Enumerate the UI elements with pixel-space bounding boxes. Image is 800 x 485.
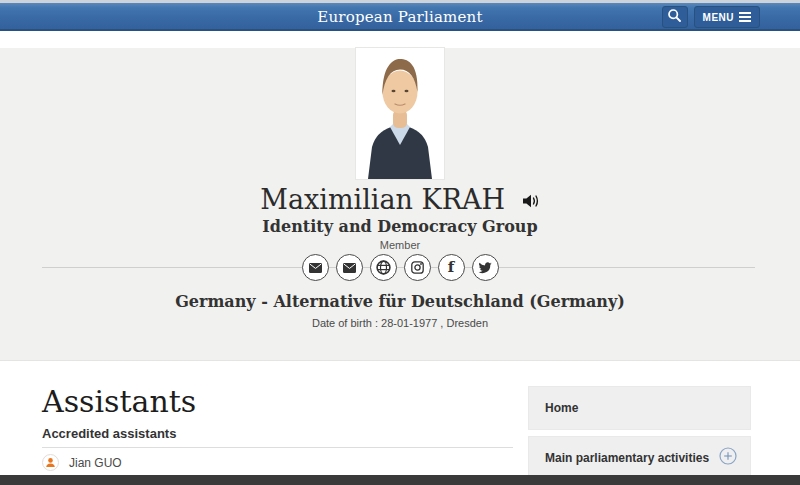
profile-hero: Maximilian KRAH Identity and Democracy G… xyxy=(0,48,800,361)
assistant-item: Jian GUO xyxy=(42,454,513,471)
content-area: Assistants Accredited assistants Jian GU… xyxy=(0,361,800,485)
website-globe-icon[interactable] xyxy=(370,254,397,281)
social-icons: f xyxy=(0,254,800,281)
topbar-buttons: MENU xyxy=(662,6,760,28)
facebook-glyph: f xyxy=(448,258,454,276)
top-navigation-bar: European Parliament MENU xyxy=(0,3,800,31)
social-links-row: f xyxy=(0,254,800,281)
menu-button-label: MENU xyxy=(703,12,734,23)
menu-button[interactable]: MENU xyxy=(694,6,760,28)
date-of-birth: Date of birth : 28-01-1977 , Dresden xyxy=(0,316,800,330)
facebook-icon[interactable]: f xyxy=(438,254,465,281)
member-name: Maximilian KRAH xyxy=(260,184,505,215)
assistants-section: Assistants Accredited assistants Jian GU… xyxy=(42,361,513,485)
political-group: Identity and Democracy Group xyxy=(0,217,800,237)
speaker-pronounce-icon[interactable] xyxy=(522,185,540,215)
sidebar-item-home[interactable]: Home xyxy=(528,386,751,430)
page: European Parliament MENU xyxy=(0,0,800,485)
sidebar-item-label: Home xyxy=(545,401,578,415)
expand-plus-icon[interactable] xyxy=(719,447,737,469)
hamburger-icon xyxy=(739,10,751,24)
profile-nav-sidebar: Home Main parliamentary activities Other… xyxy=(528,386,751,485)
search-icon xyxy=(667,8,682,27)
sidebar-item-label: Main parliamentary activities xyxy=(545,451,709,465)
email-icon[interactable] xyxy=(302,254,329,281)
window-bottom-bar xyxy=(0,475,800,485)
member-portrait-photo xyxy=(356,48,444,179)
sidebar-item-main-parliamentary-activities[interactable]: Main parliamentary activities xyxy=(528,436,751,480)
search-button[interactable] xyxy=(662,6,688,28)
accredited-assistants-label: Accredited assistants xyxy=(42,426,513,448)
assistant-name: Jian GUO xyxy=(69,456,122,470)
instagram-icon[interactable] xyxy=(404,254,431,281)
person-icon xyxy=(42,454,59,471)
page-title: Assistants xyxy=(42,385,513,419)
member-role: Member xyxy=(0,238,800,252)
email-icon[interactable] xyxy=(336,254,363,281)
twitter-icon[interactable] xyxy=(472,254,499,281)
member-name-row: Maximilian KRAH xyxy=(0,185,800,215)
country-party: Germany - Alternative für Deutschland (G… xyxy=(0,292,800,312)
